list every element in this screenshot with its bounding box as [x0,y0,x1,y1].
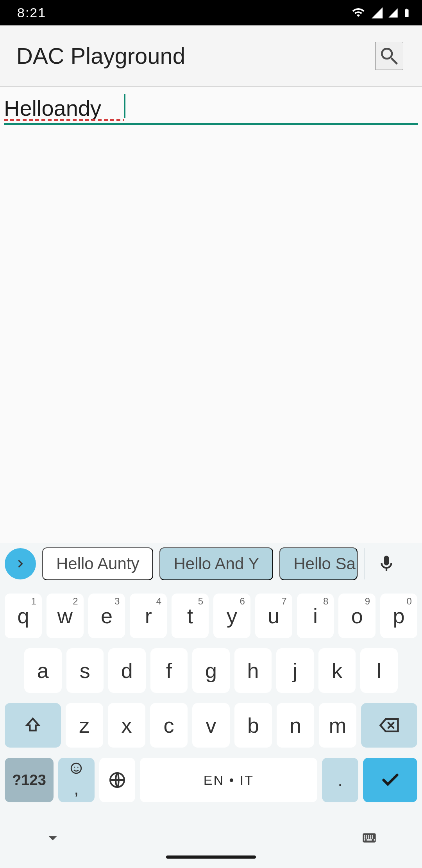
emoji-icon [70,762,83,775]
key-period[interactable]: . [322,758,358,802]
app-title: DAC Playground [16,43,185,69]
key-m[interactable]: m [319,703,356,748]
key-w[interactable]: w2 [46,594,84,638]
nav-pill-wrap [0,855,422,859]
candidate-separator [364,548,365,579]
key-u[interactable]: u7 [255,594,292,638]
key-v[interactable]: v [192,703,230,748]
key-b[interactable]: b [234,703,272,748]
key-rows: q1 w2 e3 r4 t5 y6 u7 i8 o9 p0 a s d f g … [0,585,422,802]
candidate-chip-1[interactable]: Hello And Y [159,547,273,580]
key-x[interactable]: x [108,703,145,748]
system-navbar [0,816,422,868]
check-icon [380,770,401,790]
candidate-label: Hello Aunty [56,554,139,573]
candidate-chip-2[interactable]: Hello Sa [279,547,358,580]
key-i[interactable]: i8 [297,594,334,638]
status-icons [350,5,411,20]
key-r[interactable]: r4 [130,594,167,638]
key-f[interactable]: f [150,648,188,693]
signal-icon-2 [388,7,399,18]
symbols-label: ?123 [12,772,46,789]
comma-label: , [74,779,79,798]
microphone-icon [377,554,396,574]
chevron-down-icon [43,828,63,848]
key-row-3: z x c v b n m [5,703,417,748]
nav-hide-keyboard-button[interactable] [43,828,63,849]
key-o[interactable]: o9 [338,594,376,638]
text-input[interactable] [4,91,418,125]
nav-keyboard-switch-button[interactable] [359,830,379,847]
chevron-right-icon [13,556,28,572]
key-y[interactable]: y6 [213,594,250,638]
voice-input-button[interactable] [371,548,402,579]
key-a[interactable]: a [24,648,62,693]
key-j[interactable]: j [276,648,314,693]
key-row-2: a s d f g h j k l [5,648,417,693]
key-k[interactable]: k [318,648,356,693]
key-d[interactable]: d [108,648,146,693]
candidate-label: Hello And Y [173,554,259,573]
key-t[interactable]: t5 [172,594,209,638]
home-indicator[interactable] [166,855,256,859]
candidate-chip-0[interactable]: Hello Aunty [42,547,153,580]
globe-icon [108,771,127,789]
keyboard-icon [359,830,379,846]
key-g[interactable]: g [192,648,230,693]
app-toolbar: DAC Playground [0,25,422,86]
search-button[interactable] [375,42,403,70]
expand-candidates-button[interactable] [5,548,36,579]
candidate-strip: Hello Aunty Hello And Y Hello Sa [0,543,422,585]
signal-icon [370,6,384,20]
key-enter[interactable] [363,758,417,802]
key-space[interactable]: EN • IT [140,758,317,802]
key-shift[interactable] [5,703,61,748]
battery-icon [402,5,411,20]
key-n[interactable]: n [277,703,314,748]
text-input-wrap [4,91,418,125]
key-c[interactable]: c [150,703,188,748]
content-area [0,87,422,125]
status-bar: 8:21 [0,0,422,25]
key-row-4: ?123 , EN • IT . [5,758,417,802]
status-time: 8:21 [17,5,46,20]
shift-icon [24,716,42,734]
svg-point-1 [74,767,75,768]
key-e[interactable]: e3 [88,594,125,638]
emoji-stack: , [70,762,83,798]
key-p[interactable]: p0 [380,594,417,638]
key-h[interactable]: h [234,648,272,693]
key-backspace[interactable] [361,703,417,748]
soft-keyboard: Hello Aunty Hello And Y Hello Sa q1 w2 e… [0,543,422,868]
key-language[interactable] [99,758,136,802]
key-l[interactable]: l [360,648,398,693]
period-label: . [338,769,343,791]
search-icon [378,45,400,67]
key-s[interactable]: s [66,648,104,693]
backspace-icon [379,715,400,736]
key-symbols[interactable]: ?123 [5,758,54,802]
key-z[interactable]: z [66,703,103,748]
key-row-1: q1 w2 e3 r4 t5 y6 u7 i8 o9 p0 [5,594,417,638]
key-q[interactable]: q1 [5,594,42,638]
space-language-label: EN • IT [204,773,254,788]
blank-area [0,125,422,563]
svg-point-0 [72,763,82,773]
candidate-label: Hello Sa [293,554,356,573]
wifi-icon [350,6,367,20]
key-emoji[interactable]: , [58,758,95,802]
svg-point-2 [77,767,79,768]
